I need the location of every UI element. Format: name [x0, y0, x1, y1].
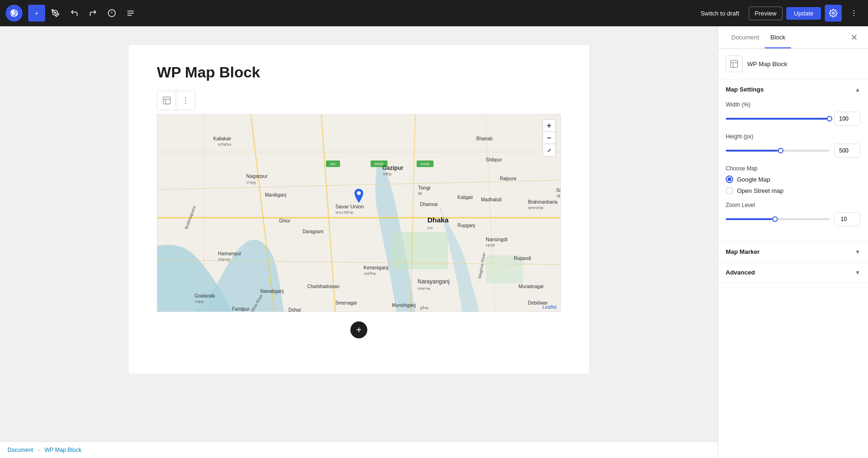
- width-label: Width (%): [726, 101, 860, 108]
- svg-text:সাভার ইউনিয়ন: সাভার ইউনিয়ন: [335, 211, 354, 215]
- switch-draft-button[interactable]: Switch to draft: [695, 7, 744, 20]
- svg-point-0: [54, 12, 56, 14]
- advanced-section[interactable]: Advanced ▼: [718, 262, 868, 283]
- height-value-input[interactable]: [834, 144, 860, 158]
- leaflet-link[interactable]: Leaflet: [542, 305, 557, 310]
- svg-point-14: [185, 103, 186, 104]
- width-slider-row: [726, 112, 860, 126]
- svg-text:Kaligair: Kaligair: [457, 195, 473, 200]
- breadcrumb-document[interactable]: Document: [8, 447, 33, 453]
- osm-option[interactable]: Open Street map: [726, 187, 860, 194]
- tab-document[interactable]: Document: [726, 27, 765, 48]
- height-slider-row: [726, 144, 860, 158]
- fullscreen-button[interactable]: ⤢: [543, 144, 555, 156]
- svg-text:Shibpur: Shibpur: [486, 157, 502, 162]
- advanced-chevron: ▼: [855, 269, 860, 276]
- svg-text:Rupasdi: Rupasdi: [514, 256, 531, 261]
- svg-text:N4: N4: [331, 162, 336, 166]
- map-container[interactable]: N4 N105 R505 Nagarpur নাগরপুর Gazipur গা…: [157, 114, 560, 312]
- block-info: WP Map Block: [718, 49, 868, 79]
- svg-text:Manikganj: Manikganj: [265, 192, 287, 198]
- more-options-button[interactable]: [845, 5, 862, 22]
- add-block-button[interactable]: +: [28, 5, 45, 22]
- osm-radio[interactable]: [726, 187, 733, 194]
- svg-text:Dhaka: Dhaka: [427, 216, 449, 224]
- map-marker-section[interactable]: Map Marker ▼: [718, 242, 868, 262]
- map-settings-section: Map Settings ▲ Width (%): [718, 79, 868, 242]
- leaflet-credit: Leaflet: [542, 305, 557, 310]
- svg-text:Brahmanbaria: Brahmanbaria: [528, 199, 558, 205]
- svg-point-86: [357, 191, 361, 195]
- height-number-input[interactable]: [835, 144, 860, 157]
- map-settings-header[interactable]: Map Settings ▲: [718, 79, 868, 99]
- choose-map-setting: Choose Map Google Map Open Street map: [726, 165, 860, 194]
- svg-text:Sreenagar: Sreenagar: [335, 300, 357, 305]
- height-slider-thumb: [778, 148, 783, 153]
- zoom-out-button[interactable]: −: [543, 132, 555, 144]
- map-settings-label: Map Settings: [726, 86, 764, 93]
- block-more-btn[interactable]: [176, 91, 195, 110]
- map-marker-chevron: ▼: [855, 249, 860, 255]
- zoom-in-button[interactable]: +: [543, 120, 555, 132]
- width-slider-track[interactable]: [726, 118, 829, 120]
- svg-rect-11: [163, 97, 170, 104]
- block-type-name: WP Map Block: [747, 61, 787, 68]
- list-view-button[interactable]: [122, 5, 139, 22]
- svg-text:হরিরামপুর: হরিরামপুর: [218, 258, 230, 262]
- toolbar: + Switch to draft Preview Update: [0, 0, 868, 26]
- tab-block[interactable]: Block: [765, 27, 791, 48]
- block-toolbar: [157, 91, 195, 110]
- svg-text:Narsingdi: Narsingdi: [486, 237, 507, 242]
- sidebar-close-button[interactable]: ✕: [847, 31, 860, 44]
- zoom-slider-fill: [726, 218, 772, 220]
- height-label: Height (px): [726, 133, 860, 140]
- map-type-radio-group: Google Map Open Street map: [726, 176, 860, 194]
- svg-text:Tongi: Tongi: [418, 185, 430, 191]
- zoom-slider-track[interactable]: [726, 218, 829, 220]
- svg-point-7: [832, 12, 835, 15]
- page-title[interactable]: WP Map Block: [157, 64, 561, 81]
- svg-text:Gazipur: Gazipur: [382, 165, 403, 171]
- breadcrumb-separator: →: [36, 447, 42, 453]
- svg-text:Sreeram: Sreeram: [556, 188, 560, 193]
- preview-button[interactable]: Preview: [749, 7, 783, 20]
- undo-button[interactable]: [66, 5, 83, 22]
- height-setting: Height (px): [726, 133, 860, 158]
- google-map-option[interactable]: Google Map: [726, 176, 860, 183]
- svg-text:Keraniganj: Keraniganj: [364, 265, 388, 270]
- zoom-label: Zoom Level: [726, 202, 860, 208]
- add-new-block-button[interactable]: +: [350, 321, 367, 338]
- svg-text:কালিয়াকৈর: কালিয়াকৈর: [218, 143, 232, 147]
- svg-text:নরসিংদী: নরসিংদী: [486, 244, 495, 248]
- google-map-radio[interactable]: [726, 176, 733, 183]
- zoom-value-input[interactable]: [834, 212, 860, 226]
- svg-text:নারায়ণগঞ্জ: নারায়ণগঞ্জ: [418, 287, 430, 291]
- editor-canvas: WP Map Block: [129, 45, 589, 374]
- svg-point-13: [185, 100, 186, 101]
- svg-text:Goalanda: Goalanda: [194, 293, 215, 298]
- height-slider-fill: [726, 150, 778, 152]
- width-slider-fill: [726, 118, 829, 120]
- width-number-input[interactable]: [835, 112, 860, 125]
- width-value-input[interactable]: [834, 112, 860, 126]
- breadcrumb-block[interactable]: WP Map Block: [45, 447, 81, 453]
- svg-rect-87: [731, 61, 738, 68]
- zoom-number-input[interactable]: [835, 213, 860, 226]
- svg-point-9: [853, 13, 854, 14]
- svg-point-8: [853, 10, 854, 11]
- map-background: N4 N105 R505 Nagarpur নাগরপুর Gazipur গা…: [157, 114, 560, 312]
- width-slider-thumb: [827, 116, 832, 122]
- svg-text:মুন্সীগঞ্জ: মুন্সীগঞ্জ: [419, 306, 428, 310]
- svg-text:Rupganj: Rupganj: [457, 223, 475, 228]
- redo-button[interactable]: [85, 5, 101, 22]
- height-slider-track[interactable]: [726, 150, 829, 152]
- choose-map-label: Choose Map: [726, 165, 860, 172]
- tools-button[interactable]: [47, 5, 64, 22]
- svg-point-10: [853, 15, 854, 16]
- svg-text:শ্রীরামপুর: শ্রীরামপুর: [556, 194, 560, 198]
- details-button[interactable]: [103, 5, 120, 22]
- settings-button[interactable]: [825, 5, 842, 22]
- editor-area: WP Map Block: [0, 26, 718, 458]
- block-icon-btn[interactable]: [157, 91, 176, 110]
- update-button[interactable]: Update: [786, 7, 821, 20]
